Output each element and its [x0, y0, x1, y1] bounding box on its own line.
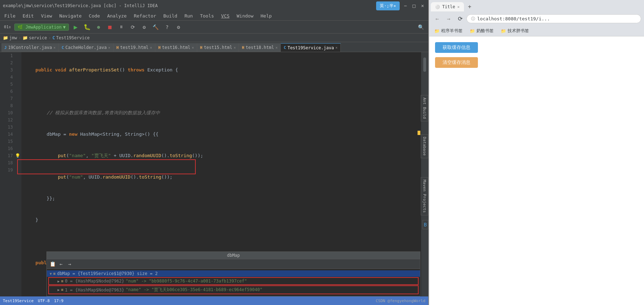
tab-test19html[interactable]: H test19.html ×: [114, 43, 155, 52]
tab-cacheholder[interactable]: C CacheHolder.java ×: [59, 43, 113, 52]
edit-configs-button[interactable]: ⚙: [140, 22, 149, 32]
bookmarks-side-tab[interactable]: B: [423, 220, 428, 229]
browser-tabs: ⚪ Title × +: [429, 0, 644, 11]
breadcrumb-project[interactable]: 📁 jmw: [3, 35, 17, 40]
bookmark-tech[interactable]: 📁 技术胖书签: [499, 27, 531, 35]
tab-19controller[interactable]: J 19Controller.java ×: [1, 43, 59, 52]
menu-refactor[interactable]: Refactor: [133, 12, 158, 19]
menu-navigate[interactable]: Navigate: [58, 12, 83, 19]
debug-forward-btn[interactable]: →: [66, 260, 73, 268]
run-config-dropdown[interactable]: 🌿 JmwApplication ▼: [14, 24, 69, 31]
url-text: localhost:8080/test19/i...: [477, 16, 550, 21]
bookmark-programs[interactable]: 📁 程序羊书签: [432, 27, 465, 35]
menu-tools[interactable]: Tools: [199, 12, 215, 19]
file-tabs: J 19Controller.java × C CacheHolder.java…: [0, 42, 428, 52]
tab-test16html[interactable]: H test16.html ×: [155, 43, 197, 52]
browser-panel: ⚪ Title × + ← → ⟳ ⓘ localhost:8080/test1…: [429, 0, 644, 305]
lightbulb-icon[interactable]: 💡: [14, 152, 21, 159]
item1-val: "name" -> "贾飞天b06ce305-35e6-4181-b689-ec…: [126, 287, 263, 293]
chinese-mode-button[interactable]: 英·;半✦: [376, 1, 400, 10]
menu-build[interactable]: Build: [162, 12, 179, 19]
bookmark-cheese[interactable]: 📁 奶酪书签: [468, 27, 496, 35]
tree-expand-root[interactable]: ▼: [50, 272, 52, 276]
scrollbar-thumb[interactable]: [423, 58, 426, 72]
menu-view[interactable]: View: [40, 12, 54, 19]
cache-section: 获取缓存信息 清空缓存消息: [435, 42, 638, 68]
tab-close-icon-3[interactable]: ×: [150, 46, 152, 50]
java-icon-3: C: [284, 45, 286, 50]
tab-test19service[interactable]: C Test19Service.java ×: [281, 43, 341, 52]
debug-tree-item1[interactable]: ▶ ≡ 1 = {HashMap$Node@7963} "name" -> "贾…: [48, 285, 419, 294]
folder-icon-2: 📁: [23, 35, 28, 40]
scrollbar-track[interactable]: [421, 52, 428, 296]
debug-toolbar: 📋 ← →: [47, 259, 420, 269]
tab-close-icon-7[interactable]: ×: [335, 46, 338, 50]
ant-build-tab[interactable]: Ant Build: [421, 95, 428, 121]
bookmarks-bar: 📁 程序羊书签 📁 奶酪书签 📁 技术胖书签: [429, 26, 644, 36]
menu-bar: File Edit View Navigate Code Analyze Ref…: [0, 11, 428, 21]
search-everywhere-button[interactable]: 🔍: [416, 22, 425, 32]
root-label: dbMap = {Test19Service$1@7930} size = 2: [57, 271, 158, 276]
clear-cache-button[interactable]: 清空缓存消息: [435, 57, 478, 68]
bookmark-folder-icon-2: 📁: [470, 29, 475, 34]
menu-file[interactable]: File: [3, 12, 17, 19]
bookmark-programs-label: 程序羊书签: [441, 28, 463, 34]
tab-test18html[interactable]: H test18.html ×: [239, 43, 281, 52]
menu-run[interactable]: Run: [183, 12, 194, 19]
tab-close-icon-2[interactable]: ×: [108, 46, 110, 50]
browser-content: 获取缓存信息 清空缓存消息: [429, 36, 644, 305]
menu-vcs[interactable]: VCS: [220, 12, 231, 19]
item0-val: "num" -> "bb9880f5-9c76-4c47-a001-73afb1…: [126, 279, 247, 284]
debug-button[interactable]: 🐛: [83, 22, 92, 32]
bookmark-folder-icon-3: 📁: [501, 29, 506, 34]
maximize-button[interactable]: □: [411, 3, 417, 9]
code-editor[interactable]: 1 2 3 4 5 6 7 8 10 12 13 14 15 16 17 18 …: [0, 52, 428, 296]
menu-code[interactable]: Code: [88, 12, 101, 19]
debug-popup: dbMap 📋 ← → ▼ ≡ dbMap = {Test19Service$1…: [46, 251, 420, 296]
settings-button[interactable]: ⚙: [174, 22, 183, 32]
breadcrumb-class[interactable]: C Test19Service: [53, 35, 90, 40]
item0-icon: ≡: [61, 279, 64, 284]
commit-button[interactable]: 01↕: [3, 22, 12, 32]
new-tab-button[interactable]: +: [465, 1, 475, 11]
reload-button[interactable]: ⟳: [455, 14, 465, 24]
get-cache-button[interactable]: 获取缓存信息: [435, 42, 478, 53]
stop-button[interactable]: ■: [105, 22, 115, 32]
back-button[interactable]: ←: [432, 14, 442, 24]
menu-edit[interactable]: Edit: [21, 12, 35, 19]
url-bar[interactable]: ⓘ localhost:8080/test19/i...: [466, 14, 641, 23]
browser-tab-title[interactable]: ⚪ Title ×: [431, 2, 464, 11]
breadcrumb-service[interactable]: 📁 service: [23, 35, 47, 40]
tab-test15html[interactable]: H test15.html ×: [197, 43, 239, 52]
run-with-coverage-button[interactable]: ⊕: [94, 22, 103, 32]
debug-tree-item0[interactable]: ▶ ≡ 0 = {HashMap$Node@7962} "num" -> "bb…: [48, 277, 419, 285]
menu-window[interactable]: Window: [235, 12, 255, 19]
app-title: example\jmw\service\Test19Service.java […: [3, 3, 158, 8]
debug-copy-btn[interactable]: 📋: [49, 260, 56, 268]
resume-button[interactable]: ⟳: [128, 22, 138, 32]
tree-expand-1[interactable]: ▶: [58, 288, 60, 292]
debug-tree-root[interactable]: ▼ ≡ dbMap = {Test19Service$1@7930} size …: [47, 270, 420, 277]
tab-close-icon-5[interactable]: ×: [234, 46, 236, 50]
bookmark-folder-icon-1: 📁: [434, 29, 440, 34]
forward-button[interactable]: →: [444, 14, 454, 24]
tab-close-icon[interactable]: ×: [53, 46, 55, 50]
toolbar: 01↕ 🌿 JmwApplication ▼ ▶ 🐛 ⊕ ■ ⏸ ⟳ ⚙ 🔨 ?…: [0, 21, 428, 34]
maven-projects-tab[interactable]: Maven Projects: [421, 177, 428, 215]
database-tab[interactable]: Database: [421, 134, 428, 158]
menu-analyze[interactable]: Analyze: [106, 12, 128, 19]
breadcrumb: 📁 jmw › 📁 service › C Test19Service: [0, 34, 428, 42]
item1-key: 1 = {HashMap$Node@7963}: [65, 288, 124, 292]
close-window-button[interactable]: ×: [420, 3, 425, 9]
minimize-button[interactable]: −: [403, 3, 408, 9]
pause-button[interactable]: ⏸: [117, 22, 126, 32]
tab-close-icon-6[interactable]: ×: [275, 46, 278, 50]
run-button[interactable]: ▶: [71, 22, 80, 32]
build-project-button[interactable]: 🔨: [151, 22, 160, 32]
tree-expand-0[interactable]: ▶: [58, 279, 60, 283]
menu-help[interactable]: Help: [259, 12, 273, 19]
tab-close-icon-4[interactable]: ×: [192, 46, 194, 50]
help-button[interactable]: ?: [163, 22, 172, 32]
debug-back-btn[interactable]: ←: [58, 260, 65, 268]
browser-tab-close-icon[interactable]: ×: [457, 5, 460, 9]
